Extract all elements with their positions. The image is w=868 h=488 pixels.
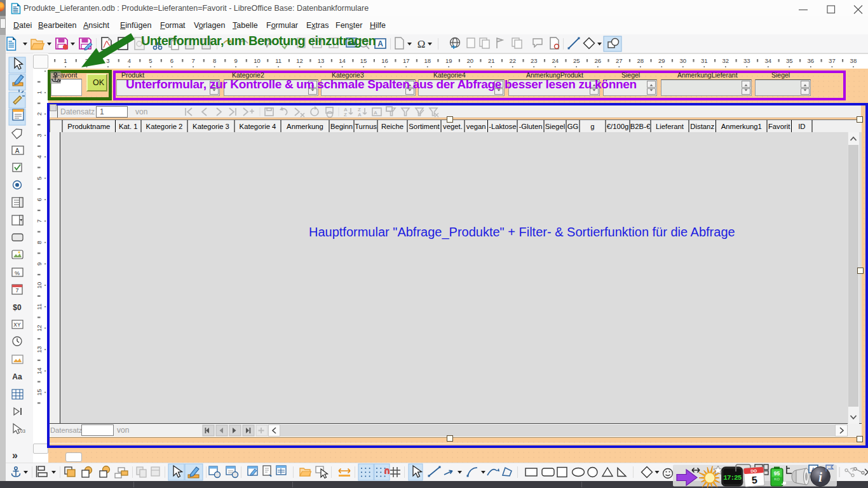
svg-text:17: 17 xyxy=(403,57,410,64)
svg-text:11: 11 xyxy=(36,304,43,310)
svg-text:38: 38 xyxy=(850,57,857,64)
svg-text:A: A xyxy=(377,39,383,48)
svg-text:14: 14 xyxy=(36,368,43,375)
svg-text:Ω: Ω xyxy=(417,38,426,50)
svg-text:31: 31 xyxy=(701,57,708,64)
svg-text:1: 1 xyxy=(36,91,43,94)
svg-text:95: 95 xyxy=(774,470,780,477)
svg-text:24: 24 xyxy=(552,57,559,64)
svg-text:Sortiment: Sortiment xyxy=(409,123,440,130)
svg-text:15: 15 xyxy=(36,389,43,396)
svg-text:A: A xyxy=(374,110,377,116)
svg-text:30: 30 xyxy=(680,57,687,64)
svg-text:12: 12 xyxy=(36,325,43,332)
svg-text:19: 19 xyxy=(445,57,452,64)
svg-text:8: 8 xyxy=(36,241,43,244)
svg-text:14: 14 xyxy=(339,57,346,64)
svg-text:5: 5 xyxy=(751,475,757,486)
svg-text:35: 35 xyxy=(786,57,793,64)
svg-text:28: 28 xyxy=(637,57,644,64)
svg-text:7: 7 xyxy=(36,219,43,222)
svg-text:12: 12 xyxy=(296,57,303,64)
svg-text:9: 9 xyxy=(36,262,43,266)
svg-text:$0: $0 xyxy=(13,303,22,312)
svg-text:Anmerkung1: Anmerkung1 xyxy=(721,123,762,130)
svg-text:20: 20 xyxy=(466,57,473,64)
svg-text:Turnus: Turnus xyxy=(355,123,377,130)
svg-text:A: A xyxy=(15,147,20,154)
svg-text:5: 5 xyxy=(36,177,43,180)
svg-text:16: 16 xyxy=(381,57,388,64)
svg-text:Kategorie 3: Kategorie 3 xyxy=(193,123,229,130)
svg-text:7: 7 xyxy=(15,287,18,294)
svg-text:9: 9 xyxy=(234,57,237,64)
svg-text:4: 4 xyxy=(36,155,43,158)
svg-text:€/100g: €/100g xyxy=(607,123,629,130)
svg-text:2: 2 xyxy=(36,112,43,116)
svg-text:18: 18 xyxy=(424,57,431,64)
svg-text:XY: XY xyxy=(13,322,21,328)
svg-text:13: 13 xyxy=(36,346,43,353)
svg-text:A: A xyxy=(358,112,362,118)
svg-text:37: 37 xyxy=(829,57,836,64)
svg-text:36: 36 xyxy=(808,57,815,64)
svg-text:Siegel: Siegel xyxy=(545,123,565,130)
svg-text:25: 25 xyxy=(573,57,580,64)
svg-text:Distanz: Distanz xyxy=(690,123,714,130)
svg-text:6: 6 xyxy=(170,57,173,64)
svg-text:27: 27 xyxy=(616,57,623,64)
svg-text:ID: ID xyxy=(798,123,805,130)
svg-text:8: 8 xyxy=(213,57,216,64)
svg-text:Kategorie 4: Kategorie 4 xyxy=(240,123,276,130)
svg-text:B2B-€: B2B-€ xyxy=(630,123,651,130)
svg-text:10: 10 xyxy=(254,57,261,64)
svg-text:17:25: 17:25 xyxy=(723,474,742,482)
svg-text:i: i xyxy=(818,470,822,484)
svg-text:22: 22 xyxy=(509,57,516,64)
svg-text:DO: DO xyxy=(750,468,757,473)
svg-text:Z: Z xyxy=(344,112,347,118)
svg-text:g: g xyxy=(590,123,594,130)
svg-text:Produktname: Produktname xyxy=(67,123,110,130)
svg-text:34: 34 xyxy=(765,57,772,64)
svg-text:Beginn: Beginn xyxy=(330,123,353,130)
svg-text:Kategorie 2: Kategorie 2 xyxy=(146,123,183,130)
svg-text:15: 15 xyxy=(360,57,367,64)
svg-text:33: 33 xyxy=(743,57,750,64)
svg-text:Kat. 1: Kat. 1 xyxy=(119,123,138,130)
svg-text:Aa: Aa xyxy=(12,372,22,381)
svg-text:23: 23 xyxy=(531,57,538,64)
svg-text:-Gluten: -Gluten xyxy=(519,123,542,130)
svg-text:6: 6 xyxy=(36,198,43,201)
svg-text:Anmerkung: Anmerkung xyxy=(287,123,323,130)
svg-text:7: 7 xyxy=(191,57,194,64)
svg-text:29: 29 xyxy=(658,57,665,64)
svg-text:10: 10 xyxy=(36,282,43,289)
svg-text:Reiche: Reiche xyxy=(381,123,403,130)
svg-text:26: 26 xyxy=(595,57,602,64)
svg-text:Favorit: Favorit xyxy=(768,123,790,130)
svg-text:3: 3 xyxy=(36,133,43,137)
svg-text:veget.: veget. xyxy=(443,123,463,130)
svg-text:03: 03 xyxy=(20,429,25,433)
svg-text:11: 11 xyxy=(275,57,281,64)
svg-text:Lieferant: Lieferant xyxy=(656,123,684,130)
svg-text:KO: KO xyxy=(774,477,780,481)
svg-text:GG: GG xyxy=(567,123,579,130)
svg-text:%: % xyxy=(15,270,20,276)
svg-text:13: 13 xyxy=(318,57,325,64)
svg-text:21: 21 xyxy=(488,57,495,64)
svg-text:vegan: vegan xyxy=(466,123,486,130)
svg-text:32: 32 xyxy=(722,57,729,64)
svg-text:-Laktose: -Laktose xyxy=(489,123,516,130)
